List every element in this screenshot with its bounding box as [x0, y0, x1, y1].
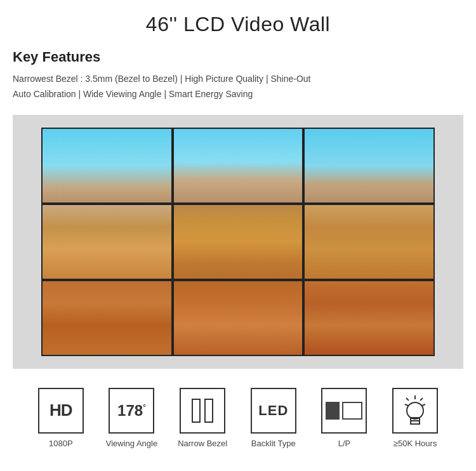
svg-point-5 — [407, 402, 423, 419]
key-features-heading: Key Features — [13, 49, 463, 65]
icons-row: HD 1080P 178° Viewing Angle Narrow Bezel — [13, 388, 463, 448]
icon-item-lp: L/P — [312, 388, 376, 448]
grid-cell — [43, 205, 171, 279]
svg-line-3 — [422, 404, 425, 406]
hours-label: ≥50K Hours — [393, 439, 437, 448]
viewing-angle-label: Viewing Angle — [106, 439, 157, 448]
grid-cell — [305, 205, 433, 279]
video-wall-container — [13, 115, 463, 369]
bezel-rect-left — [192, 399, 201, 423]
lp-graphic — [326, 402, 362, 420]
icon-item-hd: HD 1080P — [29, 388, 93, 448]
grid-cell — [174, 205, 303, 279]
icon-item-backlit: LED Backlit Type — [242, 388, 305, 448]
hours-icon-box — [392, 388, 438, 434]
lp-filled-rect — [326, 402, 340, 420]
page-wrapper: 46'' LCD Video Wall Key Features Narrowe… — [0, 0, 476, 467]
grid-cell — [174, 281, 303, 355]
svg-line-2 — [406, 398, 409, 401]
page-title: 46'' LCD Video Wall — [13, 13, 463, 36]
icon-item-hours: ≥50K Hours — [383, 388, 447, 448]
svg-line-4 — [405, 404, 408, 406]
bulb-icon — [401, 394, 429, 427]
grid-cell — [174, 129, 303, 202]
angle-icon: 178° — [117, 402, 146, 420]
bezel-rect-right — [204, 399, 213, 423]
lp-outline-rect — [342, 402, 362, 420]
hd-label: 1080P — [49, 439, 73, 448]
svg-rect-7 — [411, 421, 420, 424]
video-wall-grid — [41, 128, 435, 356]
led-icon: LED — [258, 402, 288, 419]
lp-label: L/P — [338, 439, 351, 448]
grid-cell — [305, 129, 433, 202]
viewing-angle-icon-box: 178° — [109, 388, 154, 434]
bezel-graphic — [192, 399, 213, 423]
backlit-label: Backlit Type — [251, 439, 296, 448]
grid-cell — [43, 281, 171, 355]
key-features-text: Narrowest Bezel : 3.5mm (Bezel to Bezel)… — [13, 72, 463, 102]
icon-item-narrow-bezel: Narrow Bezel — [171, 388, 234, 448]
backlit-icon-box: LED — [251, 388, 296, 434]
lp-icon-box — [321, 388, 367, 434]
grid-cell — [43, 129, 171, 202]
narrow-bezel-icon-box — [180, 388, 225, 434]
grid-cell — [305, 281, 433, 355]
icon-item-viewing-angle: 178° Viewing Angle — [100, 388, 163, 448]
hd-icon-box: HD — [38, 388, 84, 434]
narrow-bezel-label: Narrow Bezel — [178, 439, 227, 448]
hd-icon: HD — [50, 401, 72, 420]
svg-line-1 — [420, 398, 423, 401]
